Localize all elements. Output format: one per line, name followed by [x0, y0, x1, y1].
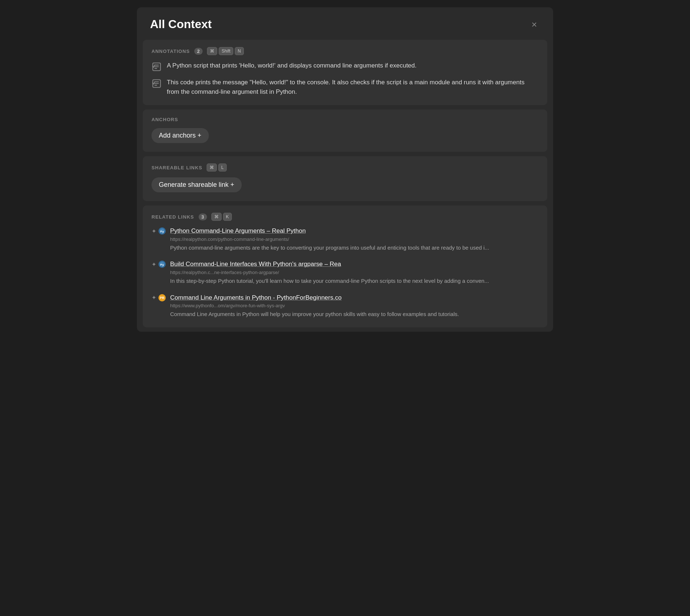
panel-header: All Context ×	[137, 7, 553, 40]
anchors-label: ANCHORS	[152, 117, 178, 122]
annotations-label: ANNOTATIONS	[152, 49, 190, 54]
annotation-text-1: A Python script that prints 'Hello, worl…	[167, 61, 417, 70]
kbd-k: K	[223, 213, 232, 221]
svg-text:Py: Py	[160, 230, 164, 233]
related-links-count: 3	[199, 213, 207, 220]
site-icon-1: Py	[158, 227, 166, 235]
link-3-icons: ✦ PB	[152, 294, 166, 301]
add-anchors-button[interactable]: Add anchors +	[152, 128, 209, 143]
shareable-links-header: SHAREABLE LINKS ⌘ L	[152, 163, 538, 172]
related-link-item-3: ✦ PB Command Line Arguments in Python - …	[152, 293, 538, 319]
related-links-header: RELATED LINKS 3 ⌘ K	[152, 213, 538, 221]
link-3-url: https://www.pythonfo...om/argv/more-fun-…	[170, 303, 538, 308]
sparkle-icon-1: ✦	[152, 228, 156, 235]
close-button[interactable]: ×	[529, 18, 540, 31]
annotation-item-1: A Python script that prints 'Hello, worl…	[152, 61, 538, 72]
link-1-description: Python command-line arguments are the ke…	[170, 244, 538, 252]
svg-text:Py: Py	[160, 263, 164, 266]
annotation-text-2: This code prints the message "Hello, wor…	[167, 78, 538, 96]
shareable-links-shortcut: ⌘ L	[207, 163, 227, 172]
annotation-item-2: This code prints the message "Hello, wor…	[152, 78, 538, 96]
link-2-description: In this step-by-step Python tutorial, yo…	[170, 277, 538, 285]
link-2-title[interactable]: Build Command-Line Interfaces With Pytho…	[170, 260, 538, 269]
all-context-panel: All Context × ANNOTATIONS 2 ⌘ Shift N A …	[137, 7, 553, 332]
link-2-content: Build Command-Line Interfaces With Pytho…	[170, 260, 538, 285]
related-links-section: RELATED LINKS 3 ⌘ K ✦ Py Python Command-…	[143, 205, 547, 327]
kbd-l: L	[218, 163, 227, 172]
annotations-count: 2	[194, 48, 203, 55]
kbd-cmd: ⌘	[207, 47, 217, 55]
sparkle-icon-3: ✦	[152, 294, 156, 301]
related-link-item-1: ✦ Py Python Command-Line Arguments – Rea…	[152, 227, 538, 252]
kbd-n: N	[235, 47, 244, 55]
kbd-cmd-k: ⌘	[211, 213, 222, 221]
kbd-shift: Shift	[219, 47, 233, 55]
link-1-title[interactable]: Python Command-Line Arguments – Real Pyt…	[170, 227, 538, 235]
related-links-shortcut: ⌘ K	[211, 213, 232, 221]
anchors-section: ANCHORS Add anchors +	[143, 109, 547, 152]
annotations-section-header: ANNOTATIONS 2 ⌘ Shift N	[152, 47, 538, 55]
kbd-cmd-l-1: ⌘	[207, 163, 217, 172]
panel-title: All Context	[150, 18, 212, 31]
link-3-description: Command Line Arguments in Python will he…	[170, 310, 538, 319]
related-link-item-2: ✦ Py Build Command-Line Interfaces With …	[152, 260, 538, 285]
link-1-icons: ✦ Py	[152, 227, 166, 235]
link-2-icons: ✦ Py	[152, 261, 166, 268]
annotations-shortcut: ⌘ Shift N	[207, 47, 244, 55]
sparkle-icon-2: ✦	[152, 261, 156, 268]
generate-shareable-link-button[interactable]: Generate shareable link +	[152, 177, 242, 192]
annotations-section: ANNOTATIONS 2 ⌘ Shift N A Python script …	[143, 40, 547, 105]
shareable-links-section: SHAREABLE LINKS ⌘ L Generate shareable l…	[143, 156, 547, 201]
link-1-url: https://realpython.com/python-command-li…	[170, 236, 538, 242]
shareable-links-label: SHAREABLE LINKS	[152, 165, 202, 170]
link-3-content: Command Line Arguments in Python - Pytho…	[170, 293, 538, 319]
link-3-title[interactable]: Command Line Arguments in Python - Pytho…	[170, 293, 538, 302]
link-2-url: https://realpython.c...ne-interfaces-pyt…	[170, 270, 538, 275]
related-links-label: RELATED LINKS	[152, 214, 194, 220]
annotation-icon-1	[152, 62, 162, 72]
annotation-icon-2	[152, 78, 162, 89]
site-icon-3: PB	[158, 294, 166, 301]
site-icon-2: Py	[158, 261, 166, 268]
anchors-section-header: ANCHORS	[152, 117, 538, 122]
link-1-content: Python Command-Line Arguments – Real Pyt…	[170, 227, 538, 252]
